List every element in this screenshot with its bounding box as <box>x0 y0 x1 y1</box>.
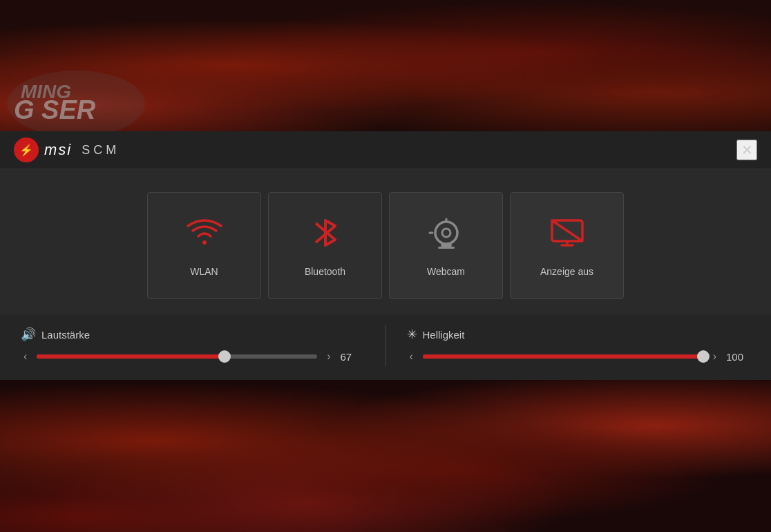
brightness-fill <box>423 354 703 359</box>
volume-thumb[interactable] <box>218 350 231 363</box>
webcam-toggle[interactable]: Webcam <box>389 192 503 299</box>
svg-point-6 <box>435 222 457 244</box>
volume-slider-group: 🔊 Lautstärke ‹ › 67 <box>21 327 365 364</box>
display-off-icon <box>548 213 587 258</box>
svg-point-7 <box>442 229 450 237</box>
webcam-label: Webcam <box>427 266 465 277</box>
msi-logo-watermark: MING G SER <box>0 69 159 131</box>
svg-rect-8 <box>441 244 452 247</box>
volume-decrease-button[interactable]: ‹ <box>21 349 30 364</box>
brightness-slider-group: ✳ Helligkeit ‹ › 100 <box>407 327 751 364</box>
bluetooth-toggle[interactable]: Bluetooth <box>268 192 382 299</box>
msi-dragon-icon: ⚡ <box>14 137 39 162</box>
close-button[interactable]: ✕ <box>736 140 757 160</box>
volume-label-row: 🔊 Lautstärke <box>21 327 365 342</box>
volume-value: 67 <box>341 351 365 363</box>
volume-label: Lautstärke <box>41 329 90 341</box>
sliders-section: 🔊 Lautstärke ‹ › 67 ✳ Helligkeit ‹ <box>0 314 771 380</box>
svg-text:⚡: ⚡ <box>19 144 33 157</box>
toggle-row: WLAN Bluetooth Webcam <box>0 169 771 314</box>
svg-text:G SER: G SER <box>14 95 96 124</box>
brightness-control-row: ‹ › 100 <box>407 349 751 364</box>
wlan-toggle[interactable]: WLAN <box>147 192 261 299</box>
wlan-icon <box>185 213 224 258</box>
app-logo: ⚡ msi SCM <box>14 137 120 162</box>
app-title-scm: SCM <box>82 143 120 158</box>
app-title-msi: msi <box>44 141 72 159</box>
bluetooth-label: Bluetooth <box>305 266 345 277</box>
brightness-decrease-button[interactable]: ‹ <box>407 349 416 364</box>
brightness-icon: ✳ <box>407 327 417 342</box>
bottom-background <box>0 380 771 532</box>
dialog-header: ⚡ msi SCM ✕ <box>0 131 771 169</box>
svg-rect-9 <box>438 247 455 249</box>
volume-icon: 🔊 <box>21 327 36 342</box>
webcam-icon <box>427 213 466 258</box>
brightness-track[interactable] <box>423 354 703 359</box>
volume-increase-button[interactable]: › <box>324 349 333 364</box>
brightness-increase-button[interactable]: › <box>710 349 719 364</box>
brightness-thumb[interactable] <box>697 350 710 363</box>
volume-track[interactable] <box>37 354 317 359</box>
display-off-label: Anzeige aus <box>540 266 593 277</box>
brightness-value: 100 <box>726 351 750 363</box>
display-toggle[interactable]: Anzeige aus <box>510 192 624 299</box>
slider-divider <box>386 325 386 366</box>
svg-point-5 <box>202 240 207 245</box>
brightness-label: Helligkeit <box>423 329 465 341</box>
volume-fill <box>37 354 225 359</box>
brightness-label-row: ✳ Helligkeit <box>407 327 751 342</box>
main-dialog: ⚡ msi SCM ✕ WLAN <box>0 131 771 380</box>
wlan-label: WLAN <box>190 266 218 277</box>
bluetooth-icon <box>306 213 345 258</box>
top-background: MING G SER <box>0 0 771 131</box>
volume-control-row: ‹ › 67 <box>21 349 365 364</box>
